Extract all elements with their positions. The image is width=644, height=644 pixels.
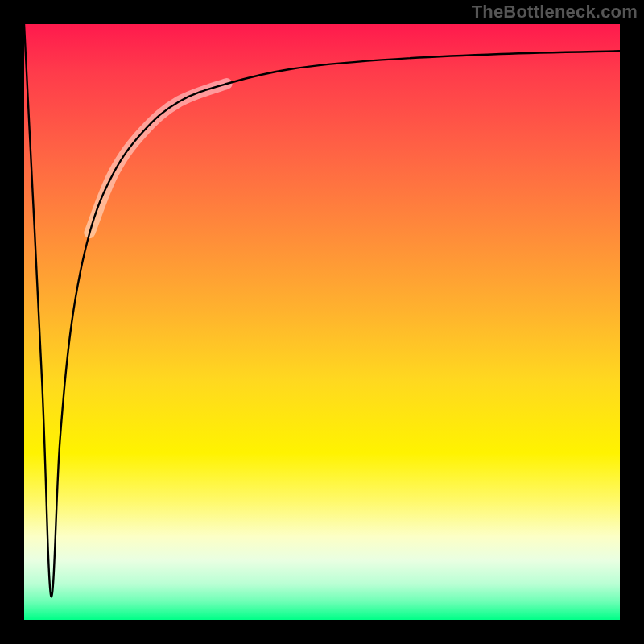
curve-layer [24, 24, 620, 620]
bottleneck-curve [24, 24, 620, 597]
chart-frame: TheBottleneck.com [0, 0, 644, 644]
curve-highlight [89, 84, 226, 233]
watermark-text: TheBottleneck.com [472, 2, 638, 23]
plot-area [24, 24, 620, 620]
